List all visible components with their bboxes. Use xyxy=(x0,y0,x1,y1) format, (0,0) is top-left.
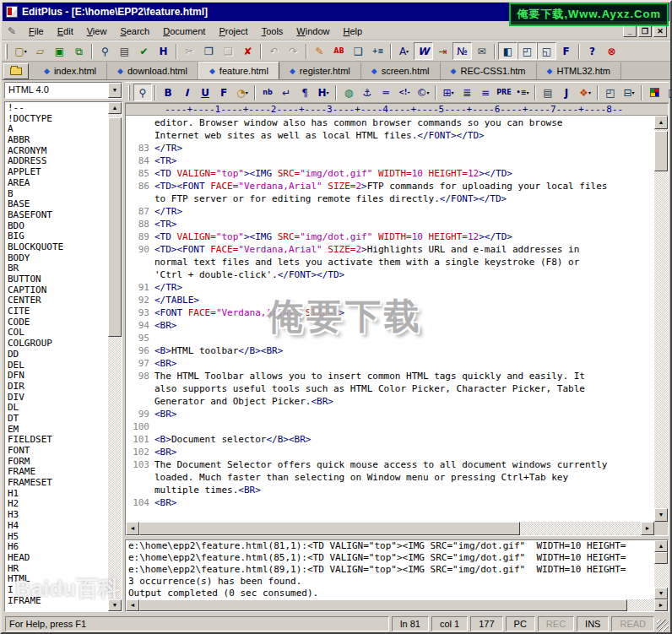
cliptext-item[interactable]: HTML xyxy=(8,574,108,585)
font-list-button[interactable]: A▾ xyxy=(394,42,414,60)
scroll-down-button[interactable]: ▼ xyxy=(654,588,668,599)
toolbar-grip[interactable] xyxy=(128,85,130,100)
scrollbar-thumb[interactable] xyxy=(654,552,668,564)
scroll-left-button[interactable]: ◄ xyxy=(126,522,139,535)
table-button[interactable]: ⊞▾ xyxy=(439,84,458,101)
color-palette-button[interactable] xyxy=(645,84,664,101)
line-break-button[interactable]: ↵ xyxy=(277,84,295,101)
comment-button[interactable]: <!- xyxy=(395,84,414,101)
print-preview-button[interactable]: ⚲ xyxy=(95,42,115,60)
heading-button[interactable]: H▾ xyxy=(314,84,333,101)
pre-button[interactable]: PRE xyxy=(495,84,513,101)
cliptext-item[interactable]: H2 xyxy=(8,499,108,510)
browser-preview-button[interactable]: ⚲ xyxy=(133,84,152,101)
save-all-button[interactable]: ⧉ xyxy=(69,42,89,60)
image-button[interactable]: ◍ xyxy=(339,84,358,101)
tab-feature.html[interactable]: ◆feature.html xyxy=(198,62,279,79)
mdi-close-button[interactable]: ✕ xyxy=(653,25,667,37)
frame-button[interactable]: ◰ xyxy=(601,84,620,101)
tab-register.html[interactable]: ◆register.html xyxy=(279,62,361,79)
italic-button[interactable]: I xyxy=(177,84,196,101)
line-numbers-button[interactable]: № xyxy=(453,42,472,60)
scroll-up-button[interactable]: ▲ xyxy=(108,102,122,114)
editor-pane[interactable]: ----+----1----+----2----+----3----+----4… xyxy=(125,103,669,536)
tab-HTML32.htm[interactable]: ◆HTML32.htm xyxy=(537,62,622,79)
copy-button[interactable]: ❐ xyxy=(199,42,219,60)
sort-list-button[interactable]: +≡ xyxy=(368,42,387,60)
print-button[interactable]: ▤ xyxy=(115,42,134,60)
cliptext-item[interactable]: H3 xyxy=(8,510,108,521)
function-list-button[interactable]: F xyxy=(556,42,576,60)
combo-dropdown-button[interactable]: ▼ xyxy=(108,83,122,98)
cliptext-window-button[interactable]: ◧ xyxy=(498,42,518,60)
cliptext-combo[interactable]: HTML 4.0 ▼ xyxy=(4,82,122,99)
scroll-down-button[interactable]: ▼ xyxy=(108,599,122,611)
context-help-button[interactable]: ? xyxy=(583,42,602,60)
cliptext-scrollbar[interactable]: ▲ ▼ xyxy=(108,102,122,611)
cliptext-item[interactable]: IFRAME xyxy=(8,596,108,607)
word-wrap-button[interactable]: W xyxy=(414,42,433,60)
font-button[interactable]: F xyxy=(214,84,233,101)
mdi-restore-button[interactable]: ❐ xyxy=(638,25,652,37)
menu-help[interactable]: Help xyxy=(336,24,369,39)
output-window-button[interactable]: ◱ xyxy=(537,42,556,60)
menu-view[interactable]: View xyxy=(80,24,114,39)
cliptext-item[interactable]: I xyxy=(8,585,108,596)
directory-window-button[interactable]: ◰ xyxy=(518,42,537,60)
javascript-button[interactable]: J xyxy=(557,84,576,101)
toolbar-grip[interactable] xyxy=(5,44,8,59)
cliptext-item[interactable]: AREA xyxy=(8,178,108,189)
anchor-button[interactable]: ⚓ xyxy=(358,84,377,101)
indent-button[interactable]: ⇥ xyxy=(433,42,453,60)
copy-cliptext-button[interactable]: ❑ xyxy=(349,42,368,60)
frameset-button[interactable]: ◫ xyxy=(664,84,672,101)
mdi-minimize-button[interactable]: _ xyxy=(623,25,637,37)
special-char-button[interactable]: ©▾ xyxy=(414,84,432,101)
code-area[interactable]: editor. Browser window also has common b… xyxy=(126,116,654,522)
scroll-right-button[interactable]: ► xyxy=(654,599,668,611)
font-style-button[interactable]: AB xyxy=(329,42,349,60)
document-selector-button[interactable] xyxy=(3,63,29,79)
resize-grip[interactable] xyxy=(657,620,669,631)
cliptext-item[interactable]: !-- xyxy=(8,103,108,114)
cliptext-item[interactable]: ABBR xyxy=(8,135,108,146)
object-picker-button[interactable]: ❖▾ xyxy=(576,84,594,101)
open-file-button[interactable]: ▱ xyxy=(30,42,50,60)
menu-tools[interactable]: Tools xyxy=(255,24,290,39)
cliptext-item[interactable]: BASEFONT xyxy=(8,210,108,221)
cliptext-item[interactable]: BODY xyxy=(8,253,108,264)
bold-button[interactable]: B xyxy=(159,84,177,101)
scroll-right-button[interactable]: ► xyxy=(641,522,654,535)
underline-button[interactable]: U xyxy=(196,84,214,101)
cliptext-item[interactable]: HEAD xyxy=(8,553,108,564)
cliptext-item[interactable]: H1 xyxy=(8,489,108,500)
tab-REC-CSS1.htm[interactable]: ◆REC-CSS1.htm xyxy=(441,62,537,79)
highlight-button[interactable]: ✎ xyxy=(310,42,329,60)
scroll-down-button[interactable]: ▼ xyxy=(654,508,668,522)
save-button[interactable]: ▣ xyxy=(50,42,69,60)
align-center-button[interactable]: ≡ xyxy=(476,84,495,101)
cliptext-item[interactable]: DIV xyxy=(8,393,108,404)
scrollbar-thumb[interactable] xyxy=(108,117,122,337)
menu-search[interactable]: Search xyxy=(113,24,156,39)
output-text[interactable]: e:\home\epp2\feature.html(81,1):<TD VALI… xyxy=(126,540,654,599)
cliptext-item[interactable]: H6 xyxy=(8,542,108,553)
cliptext-item[interactable]: H4 xyxy=(8,521,108,532)
new-html-page-button[interactable]: H xyxy=(154,42,173,60)
cliptext-item[interactable]: H5 xyxy=(8,532,108,543)
color-picker-button[interactable]: ◔▾ xyxy=(233,84,252,101)
scroll-left-button[interactable]: ◄ xyxy=(126,599,139,611)
cliptext-item[interactable]: APPLET xyxy=(8,167,108,178)
scroll-up-button[interactable]: ▲ xyxy=(654,540,668,552)
list-button[interactable]: •≡▾ xyxy=(513,84,532,101)
scrollbar-thumb[interactable] xyxy=(139,599,627,611)
spell-check-button[interactable]: ✔ xyxy=(134,42,154,60)
menu-project[interactable]: Project xyxy=(212,24,254,39)
menu-window[interactable]: Window xyxy=(290,24,336,39)
tab-download.html[interactable]: ◆download.html xyxy=(107,62,198,79)
cliptext-item[interactable]: BUTTON xyxy=(8,274,108,285)
nbsp-button[interactable]: nb xyxy=(258,84,277,101)
tab-screen.html[interactable]: ◆screen.html xyxy=(361,62,441,79)
editor-vscrollbar[interactable]: ▲ ▼ xyxy=(654,116,668,522)
scrollbar-thumb[interactable] xyxy=(139,522,520,535)
